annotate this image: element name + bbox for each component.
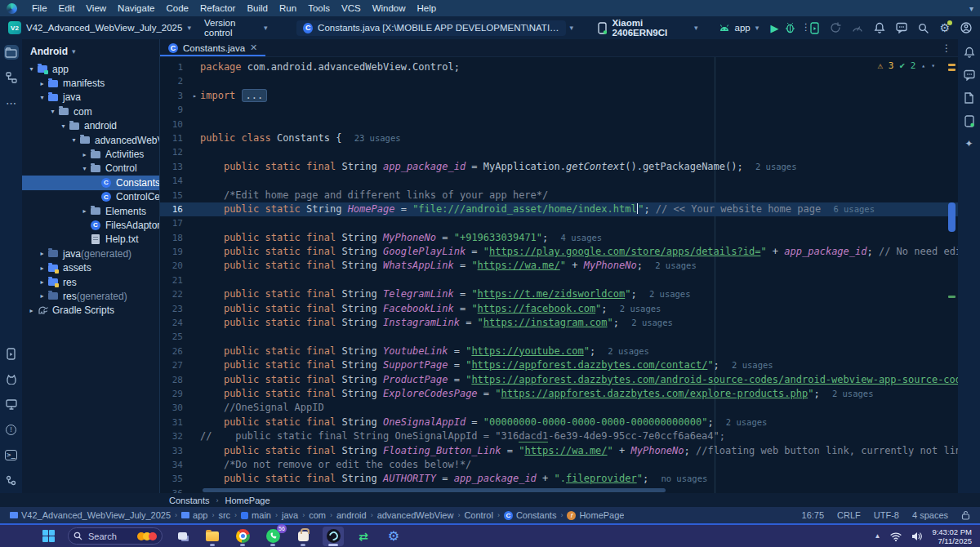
fold-icon[interactable]: ▸ <box>189 89 200 103</box>
tree-item-app[interactable]: ▾app <box>22 62 159 76</box>
search-icon[interactable] <box>918 23 929 33</box>
ai-assistant-icon[interactable] <box>962 68 977 82</box>
tree-item-help-txt[interactable]: Help.txt <box>22 233 159 247</box>
vertical-scrollbar[interactable] <box>948 202 956 232</box>
tree-item-activities[interactable]: ▸Activities <box>22 147 159 161</box>
app-quality-insights-icon[interactable] <box>4 397 19 411</box>
tree-item-control[interactable]: ▾Control <box>22 162 159 176</box>
line-separator[interactable]: CRLF <box>837 510 861 520</box>
menu-file[interactable]: File <box>26 2 53 15</box>
menu-window[interactable]: Window <box>367 2 412 15</box>
taskbar-search[interactable]: Search <box>68 527 163 545</box>
warning-stripe-mark[interactable] <box>948 69 956 71</box>
tree-item-gradle-scripts[interactable]: ▸Gradle Scripts <box>22 304 159 318</box>
tab-constants-java[interactable]: C Constants.java ✕ <box>160 39 265 56</box>
project-icon[interactable] <box>4 45 19 60</box>
structure-icon[interactable] <box>4 70 19 85</box>
profiler-icon[interactable] <box>852 23 863 33</box>
menu-run[interactable]: Run <box>274 2 302 15</box>
logcat-icon[interactable] <box>4 371 19 386</box>
notifications-icon[interactable] <box>962 45 977 60</box>
volume-icon[interactable] <box>911 531 922 541</box>
start-button[interactable] <box>38 527 59 546</box>
tree-item-android[interactable]: ▾android <box>22 119 159 133</box>
attach-debugger-icon[interactable] <box>830 22 841 33</box>
tree-chevron-icon[interactable]: ▸ <box>38 80 47 87</box>
windows-settings-taskbar-icon[interactable]: ⚙ <box>383 527 404 546</box>
tree-item-controlcenter[interactable]: CControlCenter <box>22 190 159 204</box>
layout-inspector-icon[interactable] <box>962 91 977 105</box>
system-clock[interactable]: 9:43:02 PM 7/11/2025 <box>932 527 972 545</box>
device-selector[interactable]: Xiaomi 2406ERN9CI ▾ <box>598 18 697 38</box>
chrome-taskbar-icon[interactable] <box>232 527 253 546</box>
notifications-icon[interactable] <box>874 22 885 33</box>
menu-help[interactable]: Help <box>412 2 443 15</box>
tree-chevron-icon[interactable]: ▸ <box>38 292 47 300</box>
menu-vcs[interactable]: VCS <box>336 2 367 15</box>
run-config-selector[interactable]: app ▾ <box>719 23 760 33</box>
tree-chevron-icon[interactable]: ▾ <box>69 136 78 144</box>
run-button[interactable]: ▶ <box>771 23 779 33</box>
tree-chevron-icon[interactable]: ▸ <box>27 307 36 314</box>
tree-chevron-icon[interactable]: ▾ <box>80 165 89 172</box>
problems-icon[interactable]: ! <box>4 422 19 437</box>
tree-item-res[interactable]: ▸res (generated) <box>22 289 159 303</box>
ai-assistant-icon[interactable] <box>896 22 907 33</box>
settings-icon[interactable]: ⚙ <box>939 22 950 33</box>
file-explorer-taskbar-icon[interactable] <box>202 527 223 546</box>
tree-chevron-icon[interactable]: ▸ <box>80 207 89 215</box>
account-icon[interactable] <box>960 22 972 33</box>
statusbar-path-advancedwebview[interactable]: advancedWebView <box>377 510 454 520</box>
tray-expand-icon[interactable]: ▲ <box>874 532 880 540</box>
menu-build[interactable]: Build <box>241 2 274 15</box>
open-file-widget[interactable]: C Constants.java [X:\MOBILE APP DEVELOPM… <box>296 20 566 36</box>
statusbar-path-v42-advanced-webview-july-2025[interactable]: V42_Advanced_WebView_July_2025 <box>10 510 171 520</box>
tree-item-elements[interactable]: ▸Elements <box>22 204 159 218</box>
store-taskbar-icon[interactable] <box>292 527 314 546</box>
tree-chevron-icon[interactable]: ▸ <box>38 265 47 272</box>
more-icon[interactable]: ⋯ <box>4 96 19 110</box>
running-devices-icon[interactable] <box>4 346 19 361</box>
running-devices-icon[interactable] <box>810 22 819 34</box>
menu-code[interactable]: Code <box>160 2 194 15</box>
wifi-icon[interactable] <box>890 531 902 541</box>
terminal-icon[interactable]: >_ <box>4 447 19 462</box>
tree-item-java[interactable]: ▸java (generated) <box>22 247 159 260</box>
tree-chevron-icon[interactable]: ▸ <box>38 278 47 286</box>
tree-item-java[interactable]: ▾java <box>22 91 159 105</box>
breadcrumb-class[interactable]: Constants <box>169 496 210 505</box>
android-studio-taskbar-icon[interactable] <box>323 527 344 546</box>
device-mirror-taskbar-icon[interactable]: ⇄ <box>353 527 374 546</box>
prev-issue-icon[interactable]: ▴ <box>921 62 925 69</box>
breadcrumb-member[interactable]: HomePage <box>225 496 270 505</box>
file-encoding[interactable]: UTF-8 <box>874 510 899 520</box>
project-view-selector[interactable]: Android <box>30 46 68 57</box>
tree-item-manifests[interactable]: ▸manifests <box>22 76 159 90</box>
tree-chevron-icon[interactable]: ▾ <box>27 65 36 73</box>
vcs-widget[interactable]: Version control ▾ <box>204 18 268 38</box>
next-issue-icon[interactable]: ▾ <box>931 62 935 69</box>
info-stripe-mark[interactable] <box>948 296 956 298</box>
inspections-widget[interactable]: ⚠ 3 ✔ 2 ▴ ▾ <box>878 60 935 71</box>
tree-chevron-icon[interactable]: ▾ <box>48 108 57 115</box>
device-manager-icon[interactable] <box>962 113 977 128</box>
indent-setting[interactable]: 4 spaces <box>912 510 948 520</box>
gemini-icon[interactable]: ✦ <box>962 136 977 151</box>
more-actions-icon[interactable]: ⋮ <box>801 23 811 33</box>
tree-item-advancedwebview[interactable]: ▾advancedWebView <box>22 133 159 147</box>
code-editor[interactable]: ⚠ 3 ✔ 2 ▴ ▾ 1package com.android.advance… <box>160 57 958 493</box>
task-view-taskbar-icon[interactable] <box>172 527 193 546</box>
statusbar-path-android[interactable]: android <box>336 510 367 520</box>
tree-item-filesadaptor[interactable]: CFilesAdaptor <box>22 218 159 232</box>
close-icon[interactable]: ✕ <box>250 42 257 53</box>
tree-item-com[interactable]: ▾com <box>22 105 159 118</box>
caret-position[interactable]: 16:75 <box>802 510 825 520</box>
statusbar-path-homepage[interactable]: fHomePage <box>567 510 624 520</box>
menubar-collapse-icon[interactable]: ▾ <box>969 4 973 13</box>
statusbar-path-java[interactable]: java <box>282 510 298 520</box>
tree-item-res[interactable]: ▸res <box>22 275 159 289</box>
statusbar-path-com[interactable]: com <box>309 510 326 520</box>
statusbar-path-app[interactable]: app <box>181 510 207 520</box>
menu-navigate[interactable]: Navigate <box>112 2 160 15</box>
project-widget[interactable]: V2 V42_Advanced_WebView_July_2025 ▾ <box>8 21 191 34</box>
